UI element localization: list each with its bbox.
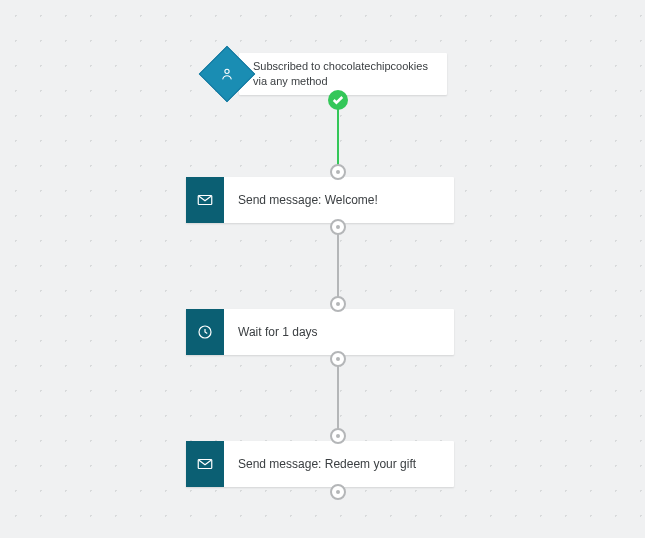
step-node[interactable]: Send message: Welcome! (186, 177, 454, 223)
step-label: Send message: Welcome! (224, 192, 392, 208)
connector-node[interactable] (330, 164, 346, 180)
clock-icon (186, 309, 224, 355)
trigger-node[interactable]: Subscribed to chocolatechipcookies via a… (207, 53, 447, 95)
connector-step2-to-step3 (337, 358, 339, 436)
trigger-diamond (207, 54, 247, 94)
connector-node-end[interactable] (330, 484, 346, 500)
connector-node[interactable] (330, 428, 346, 444)
check-icon (328, 90, 348, 110)
svg-point-0 (225, 69, 229, 73)
connector-node[interactable] (330, 351, 346, 367)
step-node[interactable]: Send message: Redeem your gift (186, 441, 454, 487)
mail-icon (186, 441, 224, 487)
step-label: Send message: Redeem your gift (224, 456, 430, 472)
connector-step1-to-step2 (337, 225, 339, 303)
step-label: Wait for 1 days (224, 324, 332, 340)
trigger-label: Subscribed to chocolatechipcookies via a… (253, 59, 433, 89)
mail-icon (186, 177, 224, 223)
connector-node[interactable] (330, 296, 346, 312)
step-node[interactable]: Wait for 1 days (186, 309, 454, 355)
connector-node[interactable] (330, 219, 346, 235)
